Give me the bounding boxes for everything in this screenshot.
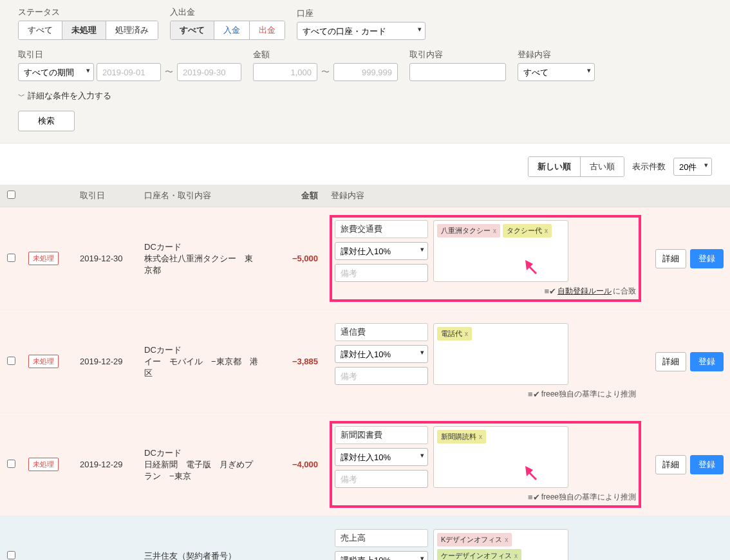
sort-new-button[interactable]: 新しい順 xyxy=(529,157,581,176)
filter-io-label: 入出金 xyxy=(170,6,285,18)
date-to-input[interactable] xyxy=(177,63,241,81)
tax-select[interactable]: 課対仕入10% xyxy=(335,448,428,466)
cell-desc: DCカード株式会社八重洲タクシー 東京都 xyxy=(138,207,267,310)
register-button[interactable]: 登録 xyxy=(690,249,724,268)
row-checkbox[interactable] xyxy=(7,357,15,365)
filter-period: 取引日 すべての期間 〜 xyxy=(18,49,241,81)
note-row: ≡✔ freee独自の基準により推測 xyxy=(335,492,636,503)
amount-to-input[interactable] xyxy=(333,63,398,81)
seg-option[interactable]: 処理済み xyxy=(106,21,158,39)
tax-select[interactable]: 課対仕入10% xyxy=(335,242,428,260)
note-row: ≡✔ freee独自の基準により推測 xyxy=(335,389,636,400)
io-seg-group: すべて入金出金 xyxy=(170,21,285,40)
table-row: 未処理2019-12-29DCカード日経新聞 電子版 月ぎめプラン −東京−4,… xyxy=(0,413,730,516)
remark-input[interactable] xyxy=(335,470,428,488)
tags-box[interactable]: 電話代 x xyxy=(433,323,568,385)
category-input[interactable]: 旅費交通費 xyxy=(335,220,428,238)
txn-content-input[interactable] xyxy=(409,63,506,81)
cell-amount xyxy=(267,516,324,561)
list-icon: ≡✔ xyxy=(544,286,556,296)
filter-panel: ステータス すべて未処理処理済み 入出金 すべて入金出金 口座 すべての口座・カ… xyxy=(0,0,730,144)
tag-label: タクシー代 xyxy=(507,226,542,236)
select-all-checkbox[interactable] xyxy=(7,191,15,199)
filter-account: 口座 すべての口座・カード xyxy=(297,8,426,40)
reg-block: 通信費課対仕入10%電話代 x≡✔ freee独自の基準により推測 xyxy=(331,319,640,404)
close-icon[interactable]: x xyxy=(505,536,508,543)
filter-io: 入出金 すべて入金出金 xyxy=(170,6,285,40)
register-button[interactable]: 登録 xyxy=(690,352,724,371)
tag[interactable]: Kデザインオフィス x xyxy=(437,533,512,546)
tag-label: 八重洲タクシー xyxy=(441,226,491,236)
cell-amount: −4,000 xyxy=(267,413,324,516)
close-icon[interactable]: x xyxy=(493,227,496,234)
remark-input[interactable] xyxy=(335,367,428,385)
filter-txn-content: 取引内容 xyxy=(409,49,506,81)
cell-amount: −3,885 xyxy=(267,310,324,413)
close-icon[interactable]: x xyxy=(545,227,548,234)
reg-content-select[interactable]: すべて xyxy=(518,63,595,81)
date-from-input[interactable] xyxy=(97,63,161,81)
filter-txn-content-label: 取引内容 xyxy=(409,49,506,61)
tag[interactable]: ケーデザインオフィス x xyxy=(437,549,521,560)
reg-block: 売上高課税売上10%Kデザインオフィス xケーデザインオフィス x開発部門 x画… xyxy=(331,525,640,560)
filter-status: ステータス すべて未処理処理済み xyxy=(18,6,158,40)
note-suffix: に合致 xyxy=(613,286,636,297)
amount-from-input[interactable] xyxy=(253,63,317,81)
row-checkbox[interactable] xyxy=(7,254,15,262)
search-button[interactable]: 検索 xyxy=(18,111,75,131)
cell-date: 2019-12-29 xyxy=(73,310,138,413)
close-icon[interactable]: x xyxy=(465,330,468,337)
tag-label: Kデザインオフィス xyxy=(441,535,502,545)
row-checkbox[interactable] xyxy=(7,551,15,559)
cell-date: 2019-12-29 xyxy=(73,413,138,516)
sort-old-button[interactable]: 古い順 xyxy=(581,157,624,176)
tax-select[interactable]: 課税売上10% xyxy=(335,551,428,560)
cell-amount: −5,000 xyxy=(267,207,324,310)
close-icon[interactable]: x xyxy=(514,552,518,559)
reg-block: 旅費交通費課対仕入10%八重洲タクシー xタクシー代 x≡✔ 自動登録ルールに合… xyxy=(331,216,640,301)
auto-rule-link[interactable]: 自動登録ルール xyxy=(557,286,612,297)
tag[interactable]: 新聞購読料 x xyxy=(437,430,486,443)
cell-desc: 三井住友（契約者番号） xyxy=(138,516,267,561)
seg-option[interactable]: すべて xyxy=(19,21,62,39)
tilde: 〜 xyxy=(320,63,331,81)
tags-box[interactable]: 八重洲タクシー xタクシー代 x xyxy=(433,220,568,282)
seg-option[interactable]: 入金 xyxy=(214,21,250,39)
list-icon: ≡✔ xyxy=(528,389,540,399)
status-badge: 未処理 xyxy=(28,355,59,368)
remark-input[interactable] xyxy=(335,264,428,282)
category-input[interactable]: 通信費 xyxy=(335,323,428,341)
seg-option[interactable]: 未処理 xyxy=(62,21,106,39)
tag[interactable]: 八重洲タクシー x xyxy=(437,224,500,238)
detail-button[interactable]: 詳細 xyxy=(655,352,686,371)
page-size-select[interactable]: 20件 xyxy=(673,158,712,176)
close-icon[interactable]: x xyxy=(479,433,482,440)
category-input[interactable]: 新聞図書費 xyxy=(335,426,428,444)
register-button[interactable]: 登録 xyxy=(690,455,724,474)
tax-select[interactable]: 課対仕入10% xyxy=(335,345,428,363)
seg-option[interactable]: すべて xyxy=(171,21,214,39)
period-select[interactable]: すべての期間 xyxy=(18,63,94,81)
filter-account-label: 口座 xyxy=(297,8,426,19)
row-checkbox[interactable] xyxy=(7,460,15,468)
tag[interactable]: 電話代 x xyxy=(437,327,472,341)
category-input[interactable]: 売上高 xyxy=(335,529,428,547)
detail-button[interactable]: 詳細 xyxy=(655,455,686,474)
list-icon: ≡✔ xyxy=(528,492,540,502)
page-size-label: 表示件数 xyxy=(632,161,666,173)
status-badge: 未処理 xyxy=(28,458,59,471)
tags-box[interactable]: 新聞購読料 x xyxy=(433,426,568,488)
note-row: ≡✔ 自動登録ルールに合致 xyxy=(335,286,636,297)
account-select[interactable]: すべての口座・カード xyxy=(297,22,426,40)
note-suffix: freee独自の基準により推測 xyxy=(541,492,636,503)
tag[interactable]: タクシー代 x xyxy=(503,224,552,238)
seg-option[interactable]: 出金 xyxy=(250,21,285,39)
tags-box[interactable]: Kデザインオフィス xケーデザインオフィス x開発部門 x画像処理ソフトェア x xyxy=(433,529,568,560)
detail-button[interactable]: 詳細 xyxy=(655,249,686,268)
table-row: 三井住友（契約者番号）売上高課税売上10%Kデザインオフィス xケーデザインオフ… xyxy=(0,516,730,561)
status-badge: 未処理 xyxy=(28,252,59,265)
th-amount: 金額 xyxy=(267,185,324,207)
expand-conditions-toggle[interactable]: ﹀ 詳細な条件を入力する xyxy=(18,90,712,102)
tag-label: 電話代 xyxy=(441,329,462,339)
chevron-down-icon: ﹀ xyxy=(18,91,25,101)
